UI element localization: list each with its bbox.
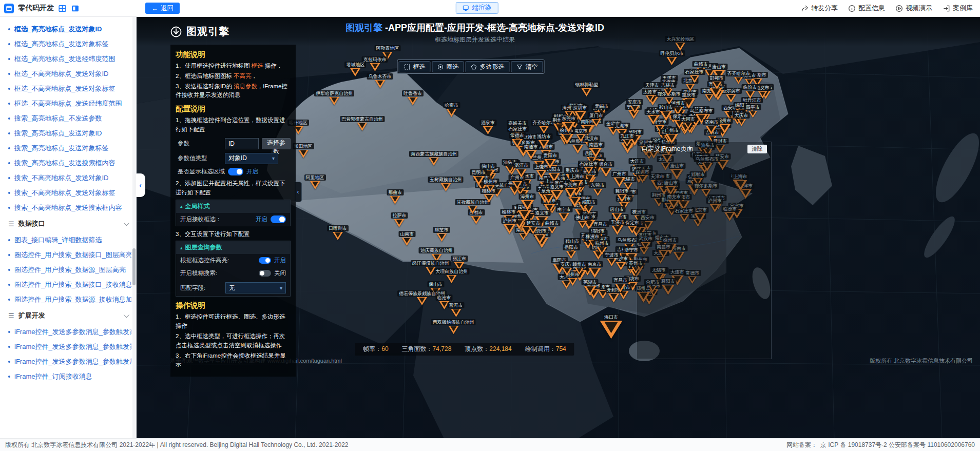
map-marker[interactable]: 石家庄市 (684, 69, 705, 84)
map-marker[interactable]: 吉林市 (660, 82, 677, 97)
map-marker[interactable]: 酒泉市 (479, 120, 496, 134)
map-marker[interactable]: 南宁市 (555, 206, 572, 221)
map-marker[interactable]: 阿里地区 (304, 174, 326, 189)
map-tool-polygon-button[interactable]: 多边形选 (466, 61, 510, 72)
map-marker[interactable]: 乌鲁木齐市 (367, 73, 393, 88)
fuzzy-search-toggle[interactable] (259, 270, 271, 277)
map-marker[interactable]: 南昌市 (587, 142, 604, 156)
map-marker[interactable]: 遵义市 (548, 184, 565, 199)
sidebar-section-header[interactable]: ☰数据接口 (0, 215, 136, 232)
sidebar-item[interactable]: iFrame控件_订阅接收消息 (0, 369, 136, 384)
map-marker[interactable]: 漳州市 (519, 193, 536, 208)
map-marker[interactable]: 泸州市 (501, 218, 518, 232)
map-marker[interactable]: 宜昌市 (612, 277, 629, 292)
map-tool-clear-button[interactable]: 清空 (511, 61, 543, 72)
topbar-action-info[interactable]: 配置信息 (848, 4, 885, 13)
map-marker[interactable]: 赣州市 (571, 261, 588, 276)
map-marker[interactable]: 西双版纳傣族自治州 (431, 319, 476, 334)
map-marker[interactable]: 哈密市 (443, 102, 460, 117)
map-marker[interactable]: 曲靖市 (544, 220, 561, 235)
map-marker[interactable]: 呼伦贝尔市 (659, 50, 685, 65)
choose-param-button[interactable]: 选择参数 (262, 138, 291, 149)
sidebar-item[interactable]: 圈选控件_用户搜索_数据接口_接收消息... (0, 277, 136, 292)
sidebar-item[interactable]: 搜索_不高亮地标点_发送搜索框内容 (0, 200, 136, 215)
map-marker[interactable]: 南京市 (586, 261, 603, 276)
map-marker[interactable]: 昆明市 (470, 169, 487, 184)
map-marker[interactable]: 九江市 (619, 133, 636, 148)
sidebar-item[interactable]: 搜索_高亮地标点_发送对象ID (0, 126, 136, 141)
scrollbar-thumb[interactable] (132, 248, 136, 285)
param-input[interactable] (225, 138, 259, 149)
map-marker[interactable]: 石家庄市 (578, 161, 600, 175)
map-tool-circle-button[interactable]: 圈选 (432, 61, 464, 72)
sidebar-item[interactable]: 图表_接口编辑_详细数据筛选 (0, 232, 136, 247)
map-marker[interactable]: 拉萨市 (391, 212, 408, 227)
map-marker[interactable]: 南通市 (523, 144, 540, 159)
sidebar-scrollbar[interactable] (132, 16, 136, 439)
map-marker[interactable]: 延安市 (525, 220, 542, 235)
sidebar-item[interactable]: 框选_高亮地标点_发送对象ID (0, 22, 136, 36)
map-marker[interactable]: 大庆市 (733, 112, 750, 127)
map-marker[interactable]: 佛山市 (574, 214, 591, 229)
map-marker[interactable]: 贵阳市 (542, 152, 559, 167)
global-style-header[interactable]: ▴ 全局样式 (176, 200, 290, 213)
sidebar-item[interactable]: 框选_不高亮地标点_发送对象标签 (0, 81, 136, 96)
layout-grid-icon[interactable] (58, 4, 67, 13)
sidebar-item[interactable]: 框选_不高亮地标点_发送对象ID (0, 66, 136, 81)
map-tool-box-button[interactable]: 框选 (399, 61, 431, 72)
sidebar-item[interactable]: iFrame控件_发送多参数消息_参数触发高... (0, 324, 136, 339)
sidebar-item[interactable]: 搜索_不高亮地标点_发送对象ID (0, 170, 136, 185)
sidebar-item[interactable]: 圈选控件_用户搜索_数据源_接收消息加... (0, 292, 136, 307)
sidebar-item[interactable]: 搜索_高亮地标点_发送搜索框内容 (0, 155, 136, 170)
sidebar-item[interactable]: 圈选控件_用户搜索_数据源_图层高亮 (0, 262, 136, 277)
map-marker[interactable]: 山南市 (398, 231, 415, 246)
receive-box-select-toggle[interactable] (271, 215, 286, 223)
back-button[interactable]: ← 返回 (145, 3, 180, 14)
map-marker[interactable]: 吐鲁番市 (402, 90, 424, 105)
sidebar-item[interactable]: iFrame控件_发送多参数消息_参数触发加... (0, 354, 136, 369)
clear-button[interactable]: 清除 (747, 145, 767, 153)
sidebar-item[interactable]: 框选_高亮地标点_发送经纬度范围 (0, 51, 136, 66)
map-marker[interactable]: 东莞市 (589, 182, 606, 197)
sidebar-section-header[interactable]: ☰扩展开发 (0, 307, 136, 324)
topbar-action-video[interactable]: 视频演示 (895, 4, 932, 13)
map-marker[interactable]: 玉树藏族自治州 (428, 177, 464, 191)
map-marker[interactable]: 鞍山市 (658, 104, 675, 119)
map-marker[interactable]: 咸阳市 (580, 199, 597, 214)
sidebar-item[interactable]: 搜索_高亮地标点_发送对象标签 (0, 141, 136, 155)
map-marker[interactable]: 巴音郭楞蒙古自治州 (340, 116, 385, 131)
topbar-action-share[interactable]: 转发分享 (801, 4, 838, 13)
map-marker[interactable]: 安庆市 (626, 99, 643, 114)
map-marker[interactable]: 临汾市 (742, 84, 759, 99)
highlight-toggle[interactable] (259, 257, 271, 264)
map-marker[interactable]: 齐齐哈尔市 (725, 70, 752, 85)
map-marker[interactable]: 东莞市 (560, 115, 577, 130)
sidebar-item[interactable]: 框选_高亮地标点_发送对象标签 (0, 36, 136, 51)
map-marker[interactable]: 唐山市 (608, 206, 625, 221)
map-marker[interactable]: 济南市 (703, 119, 720, 134)
map-marker[interactable]: 广州市 (611, 171, 628, 186)
match-field-select[interactable]: 无▾ (225, 282, 286, 293)
layout-panel-icon[interactable] (71, 4, 80, 13)
topbar-action-cases[interactable]: 案例库 (943, 4, 973, 13)
map-marker[interactable]: 宁波市 (603, 252, 620, 267)
map-marker[interactable]: 厦门市 (588, 112, 605, 127)
sidebar-item[interactable]: 搜索_高亮地标点_不发送参数 (0, 111, 136, 126)
map-marker[interactable]: 那曲市 (387, 189, 403, 204)
map-marker[interactable]: 邯郸市 (708, 75, 725, 90)
map-marker[interactable]: 普洱市 (448, 302, 465, 317)
map-marker[interactable]: 锡林郭勒盟 (573, 82, 600, 96)
map-marker[interactable]: 海西蒙古族藏族自治州 (409, 151, 458, 166)
map-marker[interactable]: 芜湖市 (582, 279, 599, 294)
show-region-toggle[interactable] (228, 168, 243, 175)
map-marker[interactable]: 林芝市 (433, 227, 450, 242)
map-marker[interactable]: 伊犁哈萨克自治州 (314, 90, 354, 105)
sidebar-item[interactable]: iFrame控件_发送多参数消息_参数触发筛... (0, 339, 136, 354)
sidebar-item[interactable]: 框选_不高亮地标点_发送经纬度范围 (0, 96, 136, 111)
map-marker[interactable]: 克拉玛依市 (362, 56, 388, 71)
render-mode-button[interactable]: 端渲染 (456, 2, 498, 14)
sidebar-item[interactable]: 搜索_不高亮地标点_发送对象标签 (0, 185, 136, 200)
map-marker[interactable]: 日喀则市 (327, 225, 349, 240)
panel-collapse-button[interactable]: ‹ (295, 182, 302, 202)
map-marker[interactable]: 海口市 (603, 314, 620, 329)
